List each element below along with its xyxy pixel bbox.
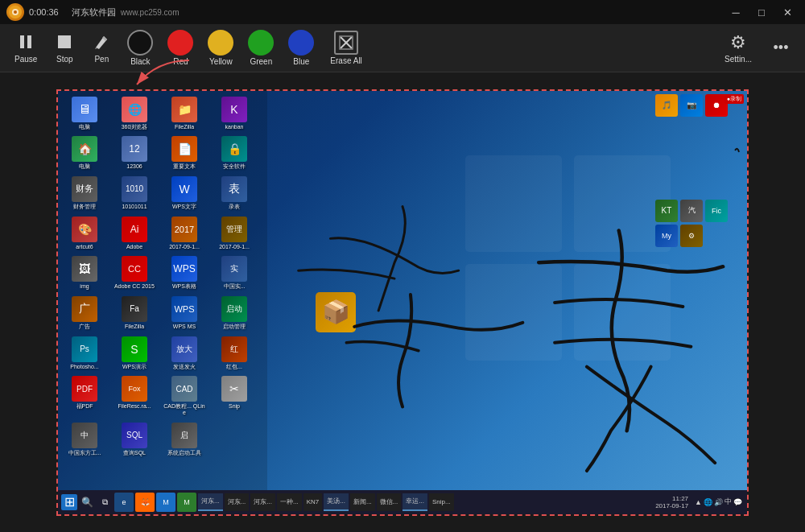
right-icon-2[interactable]: 📷 bbox=[680, 94, 703, 117]
desktop-icon-18[interactable]: CC Adobe CC 2015 bbox=[111, 254, 158, 292]
tray-notify[interactable]: 💬 bbox=[733, 498, 742, 506]
desktop-icon-29[interactable]: PDF 福PDF bbox=[61, 373, 108, 418]
desktop-icon-12[interactable]: 表 录表 bbox=[211, 174, 258, 212]
tray-input[interactable]: 中 bbox=[724, 497, 732, 507]
taskbar-edge[interactable]: M bbox=[156, 493, 175, 512]
black-color-circle bbox=[127, 30, 153, 56]
right-icon-6[interactable]: Fic bbox=[705, 200, 728, 222]
desktop-icon-6[interactable]: 12 12306 bbox=[111, 134, 158, 172]
desktop-icon-20[interactable]: 实 中国实... bbox=[211, 254, 258, 292]
red-color-button[interactable]: Red bbox=[163, 27, 198, 69]
desktop-icon-26[interactable]: S WPS演示 bbox=[111, 334, 158, 373]
desktop-icon-31[interactable]: CAD CAD教程... QLine bbox=[161, 373, 208, 418]
pen-label: Pen bbox=[94, 55, 109, 64]
desktop-icon-17[interactable]: 🖼 img bbox=[61, 254, 108, 292]
yellow-color-circle bbox=[208, 30, 233, 56]
toolbar: Pause Stop Pen Black Red Yellow bbox=[0, 24, 805, 72]
desktop-icon-25[interactable]: Ps Photosho... bbox=[61, 334, 108, 373]
desktop-icon-35[interactable]: 启 系统启动工具 bbox=[161, 420, 208, 459]
desktop-icon-30[interactable]: Fox FileResc.ra... bbox=[111, 373, 158, 418]
more-button[interactable]: ••• bbox=[765, 36, 797, 60]
task-view[interactable]: ⧉ bbox=[97, 494, 113, 510]
search-taskbar[interactable]: 🔍 bbox=[79, 494, 95, 510]
taskbar-running-4[interactable]: 一种... bbox=[277, 493, 302, 511]
taskbar-running-6[interactable]: 美汤... bbox=[324, 493, 349, 511]
desktop-icon-10[interactable]: 1010 10101011 bbox=[111, 174, 158, 212]
desktop-icon-34[interactable]: SQL 查询SQL bbox=[111, 420, 158, 459]
start-button[interactable]: ⊞ bbox=[61, 494, 77, 510]
taskbar-running-8[interactable]: 微信... bbox=[377, 493, 402, 511]
desktop-icon-32[interactable]: ✂ Snip bbox=[211, 373, 258, 418]
desktop-icon-23[interactable]: WPS WPS MS bbox=[161, 294, 208, 332]
desktop-icon-27[interactable]: 放大 发送发火 bbox=[161, 334, 208, 373]
desktop-icon-11[interactable]: W WPS文字 bbox=[161, 174, 208, 212]
maximize-button[interactable]: □ bbox=[750, 3, 773, 21]
svg-rect-4 bbox=[27, 35, 31, 48]
right-icon-7[interactable]: My bbox=[655, 225, 678, 247]
minimize-button[interactable]: ─ bbox=[724, 3, 747, 21]
blue-label: Blue bbox=[293, 57, 309, 66]
green-color-button[interactable]: Green bbox=[243, 27, 279, 69]
desktop-icon-4[interactable]: K kanban bbox=[211, 94, 258, 133]
green-label: Green bbox=[250, 57, 272, 66]
settings-button[interactable]: ⚙ Settin... bbox=[718, 29, 758, 67]
desktop-icon-16[interactable]: 管理 2017-09-1... bbox=[211, 214, 258, 253]
desktop-icon-7[interactable]: 📄 重要文本 bbox=[161, 134, 208, 172]
taskbar-ie[interactable]: e bbox=[114, 493, 134, 512]
windows-logo-watermark bbox=[457, 131, 683, 437]
stop-button[interactable]: Stop bbox=[48, 30, 80, 67]
right-icon-1[interactable]: 🎵 bbox=[655, 94, 678, 117]
desktop-icon-22[interactable]: Fa FileZilla bbox=[111, 294, 158, 332]
close-button[interactable]: ✕ bbox=[776, 3, 799, 21]
green-color-circle bbox=[248, 30, 274, 56]
recording-timer: 0:00:36 bbox=[29, 7, 59, 17]
right-panel-icons: 🎵 📷 ⏺ KT 汽 Fic My ⚙ ●录制 bbox=[655, 94, 744, 247]
desktop-icon-28[interactable]: 红 红包... bbox=[211, 334, 258, 373]
desktop-background: 🖥 电脑 🌐 360浏览器 📁 FileZilla K kanban bbox=[58, 91, 747, 514]
taskbar-firefox[interactable]: 🦊 bbox=[135, 493, 155, 512]
taskbar-app1[interactable]: M bbox=[177, 493, 196, 512]
toolbar-right: ⚙ Settin... ••• bbox=[718, 29, 797, 67]
taskbar-running-9[interactable]: 幸运... bbox=[402, 493, 427, 511]
taskbar-running-1[interactable]: 河东... bbox=[198, 493, 223, 511]
desktop-icon-5[interactable]: 🏠 电脑 bbox=[61, 134, 108, 172]
desktop-icon-9[interactable]: 财务 财务管理 bbox=[61, 174, 108, 212]
desktop-icon-3[interactable]: 📁 FileZilla bbox=[161, 94, 208, 133]
red-color-circle bbox=[167, 30, 193, 56]
desktop-icon-24[interactable]: 启动 启动管理 bbox=[211, 294, 258, 332]
desktop-icon-33[interactable]: 中 中国东方工... bbox=[61, 420, 108, 459]
desktop-icon-21[interactable]: 广 广告 bbox=[61, 294, 108, 332]
pause-icon bbox=[17, 33, 35, 53]
svg-rect-3 bbox=[20, 35, 24, 48]
right-icon-4[interactable]: KT bbox=[655, 200, 678, 222]
pause-button[interactable]: Pause bbox=[8, 30, 43, 67]
desktop-icon-8[interactable]: 🔒 安全软件 bbox=[211, 134, 258, 172]
tray-up-arrow[interactable]: ▲ bbox=[695, 498, 702, 506]
right-icon-8[interactable]: ⚙ bbox=[680, 225, 703, 247]
right-icon-5[interactable]: 汽 bbox=[680, 200, 703, 222]
settings-icon: ⚙ bbox=[730, 32, 746, 53]
desktop-icon-15[interactable]: 2017 2017-09-1... bbox=[161, 214, 208, 253]
taskbar-clock: 11:27 2017-09-17 bbox=[655, 495, 691, 509]
yellow-color-button[interactable]: Yellow bbox=[203, 27, 238, 69]
taskbar-running-2[interactable]: 河东... bbox=[225, 493, 250, 511]
desktop-icon-14[interactable]: Ai Adobe bbox=[111, 214, 158, 253]
desktop-icon-2[interactable]: 🌐 360浏览器 bbox=[111, 94, 158, 133]
desktop-icon-1[interactable]: 🖥 电脑 bbox=[61, 94, 108, 133]
app-name: 河东软件园 bbox=[72, 6, 116, 19]
pen-button[interactable]: Pen bbox=[85, 30, 118, 67]
blue-color-button[interactable]: Blue bbox=[283, 27, 319, 69]
app-logo bbox=[6, 3, 24, 21]
erase-all-button[interactable]: Erase All bbox=[324, 27, 368, 68]
taskbar-running-7[interactable]: 新闻... bbox=[350, 493, 375, 511]
pause-label: Pause bbox=[14, 55, 37, 64]
desktop-icons: 🖥 电脑 🌐 360浏览器 📁 FileZilla K kanban bbox=[58, 91, 267, 490]
tray-volume[interactable]: 🔊 bbox=[714, 498, 723, 506]
desktop-icon-19[interactable]: WPS WPS表格 bbox=[161, 254, 208, 292]
tray-network[interactable]: 🌐 bbox=[704, 498, 712, 506]
black-color-button[interactable]: Black bbox=[122, 27, 158, 69]
taskbar-running-10[interactable]: Snip... bbox=[429, 493, 454, 511]
taskbar-running-5[interactable]: KN7 bbox=[303, 493, 323, 511]
taskbar-running-3[interactable]: 河东... bbox=[250, 493, 275, 511]
desktop-icon-13[interactable]: 🎨 artcut6 bbox=[61, 214, 108, 253]
